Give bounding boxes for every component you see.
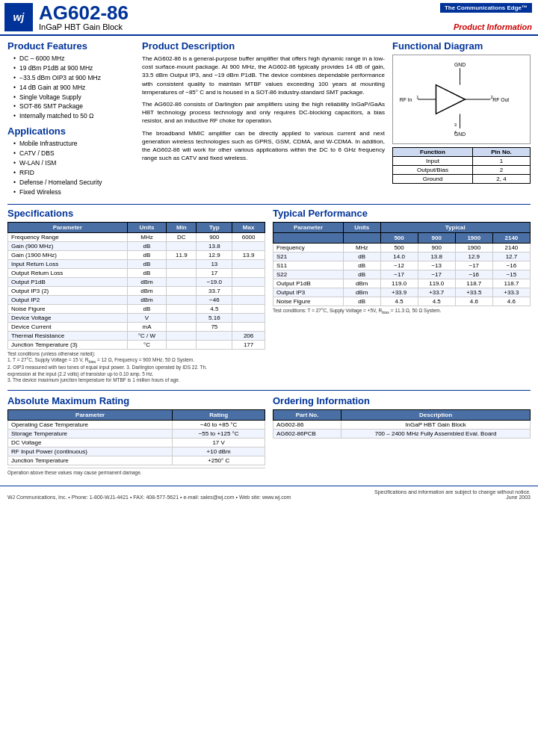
table-row: Junction Temperature+250° C bbox=[8, 456, 265, 465]
pin-function: Input bbox=[393, 157, 473, 166]
specs-section: Specifications Parameter Units Min Typ M… bbox=[7, 208, 531, 384]
ordering-title: Ordering Information bbox=[273, 395, 531, 406]
list-item: Mobile Infrastructure bbox=[13, 140, 134, 149]
table-row: S21dB14.013.812.912.7 bbox=[273, 252, 531, 261]
features-column: Product Features DC – 6000 MHz 19 dBm P1… bbox=[7, 40, 134, 198]
table-row: Thermal Resistance°C / W206 bbox=[8, 331, 265, 340]
typ-header-units: Units bbox=[343, 222, 380, 232]
table-row: Ground 2, 4 bbox=[393, 175, 531, 184]
svg-text:GND: GND bbox=[454, 62, 466, 67]
table-row: Device VoltageV5.16 bbox=[8, 313, 265, 322]
typical-footnote: Test conditions: T = 27°C, Supply Voltag… bbox=[273, 308, 531, 315]
table-row: Device CurrentmA75 bbox=[8, 322, 265, 331]
svg-text:3: 3 bbox=[454, 123, 457, 127]
functional-diagram-column: Functional Diagram GND RF In 1 bbox=[392, 40, 531, 198]
page-footer: WJ Communications, Inc. • Phone: 1-800-W… bbox=[0, 486, 538, 501]
table-row: Output P1dBdBm119.0119.0118.7118.7 bbox=[273, 279, 531, 288]
table-row: FrequencyMHz50090019002140 bbox=[273, 243, 531, 252]
list-item: 19 dBm P1dB at 900 MHz bbox=[13, 64, 134, 73]
specifications-table: Parameter Units Min Typ Max Frequency Ra… bbox=[7, 222, 265, 350]
pin-function: Ground bbox=[393, 175, 473, 184]
table-row: Output/Bias 2 bbox=[393, 166, 531, 175]
func-table-header-function: Function bbox=[393, 148, 473, 157]
list-item: CATV / DBS bbox=[13, 149, 134, 158]
company-logo: wj bbox=[4, 3, 33, 31]
abs-max-note: Operation above these values may cause p… bbox=[7, 468, 265, 475]
functional-diagram-title: Functional Diagram bbox=[392, 40, 531, 52]
typical-performance-column: Typical Performance Parameter Units Typi… bbox=[273, 208, 531, 384]
footer-email: e-mail: sales@wj.com bbox=[183, 495, 234, 500]
footer-date: June 2003 bbox=[374, 495, 531, 500]
pin-function: Output/Bias bbox=[393, 166, 473, 175]
typ-sub-2140: 2140 bbox=[492, 232, 530, 243]
svg-marker-5 bbox=[436, 85, 465, 114]
applications-section: Applications Mobile Infrastructure CATV … bbox=[7, 126, 134, 196]
spec-header-units: Units bbox=[127, 222, 167, 232]
list-item: −33.5 dBm OIP3 at 900 MHz bbox=[13, 74, 134, 83]
footer-spec-note: Specifications and information are subje… bbox=[374, 489, 531, 495]
footer-company: WJ Communications, Inc. bbox=[7, 495, 67, 500]
footer-right: Specifications and information are subje… bbox=[374, 489, 531, 500]
typical-performance-table: Parameter Units Typical 500 900 1900 214… bbox=[273, 222, 531, 306]
footer-phone: Phone: 1-800-WJ1-4421 bbox=[72, 495, 129, 500]
absolute-max-title: Absolute Maximum Rating bbox=[7, 395, 265, 406]
typ-header-param: Parameter bbox=[273, 222, 344, 232]
applications-title: Applications bbox=[7, 126, 134, 137]
svg-text:RF In: RF In bbox=[400, 97, 412, 102]
typ-sub-900: 900 bbox=[418, 232, 455, 243]
spec-header-min: Min bbox=[167, 222, 197, 232]
table-row: Gain (900 MHz)dB13.8 bbox=[8, 241, 265, 250]
description-p3: The broadband MMIC amplifier can be dire… bbox=[142, 129, 385, 163]
list-item: Fixed Wireless bbox=[13, 188, 134, 197]
header-right: The Communications Edge™ Product Informa… bbox=[440, 3, 532, 31]
top-section: Product Features DC – 6000 MHz 19 dBm P1… bbox=[7, 40, 531, 198]
table-row: Output IP2dBm−46 bbox=[8, 295, 265, 304]
ordering-table: Part No. Description AG602-86 InGaP HBT … bbox=[273, 409, 531, 439]
pin-number: 2 bbox=[473, 166, 531, 175]
product-info-label: Product Information bbox=[454, 22, 532, 31]
typ-sub-blank2 bbox=[343, 232, 380, 243]
typ-header-typical: Typical bbox=[380, 222, 530, 232]
footer-company-info: WJ Communications, Inc. • Phone: 1-800-W… bbox=[7, 495, 291, 500]
order-header-desc: Description bbox=[341, 409, 531, 420]
model-subtitle: InGaP HBT Gain Block bbox=[39, 22, 440, 31]
func-table-header-pin: Pin No. bbox=[473, 148, 531, 157]
list-item: W-LAN / ISM bbox=[13, 159, 134, 168]
description-p2: The AG602-86 consists of Darlington pair… bbox=[142, 100, 385, 126]
typ-sub-1900: 1900 bbox=[455, 232, 492, 243]
spec-header-max: Max bbox=[232, 222, 265, 232]
table-row: Noise FiguredB4.54.54.64.6 bbox=[273, 297, 531, 306]
table-row: Storage Temperature−55 to +125 °C bbox=[8, 429, 265, 438]
description-title: Product Description bbox=[142, 40, 385, 52]
pin-number: 1 bbox=[473, 157, 531, 166]
absolute-max-table: Parameter Rating Operating Case Temperat… bbox=[7, 409, 265, 465]
table-row: Frequency RangeMHzDC9006000 bbox=[8, 232, 265, 241]
table-row: Output IP3 (2)dBm33.7 bbox=[8, 286, 265, 295]
typ-sub-500: 500 bbox=[380, 232, 418, 243]
table-row: S11dB−12−13−17−16 bbox=[273, 261, 531, 270]
table-row: Noise FiguredB4.5 bbox=[8, 304, 265, 313]
svg-text:1: 1 bbox=[416, 95, 418, 99]
features-list: DC – 6000 MHz 19 dBm P1dB at 900 MHz −33… bbox=[7, 55, 134, 121]
ordering-column: Ordering Information Part No. Descriptio… bbox=[273, 395, 531, 475]
table-row: AG602-86PCB 700 – 2400 MHz Fully Assembl… bbox=[273, 429, 531, 438]
features-title: Product Features bbox=[7, 40, 134, 52]
typical-performance-title: Typical Performance bbox=[273, 208, 531, 219]
list-item: Defense / Homeland Security bbox=[13, 179, 134, 188]
list-item: Single Voltage Supply bbox=[13, 93, 134, 102]
description-column: Product Description The AG602-86 is a ge… bbox=[142, 40, 385, 198]
abs-header-param: Parameter bbox=[8, 409, 173, 420]
footer-website: Web site: www.wj.com bbox=[239, 495, 291, 500]
logo-text: wj bbox=[13, 11, 25, 23]
list-item: DC – 6000 MHz bbox=[13, 55, 134, 63]
comm-edge-label: The Communications Edge™ bbox=[440, 3, 532, 13]
list-item: Internally matched to 50 Ω bbox=[13, 112, 134, 121]
table-row: DC Voltage17 V bbox=[8, 438, 265, 447]
table-row: Output IP3dBm+33.9+33.7+33.5+33.3 bbox=[273, 288, 531, 297]
list-item: 14 dB Gain at 900 MHz bbox=[13, 84, 134, 93]
list-item: RFID bbox=[13, 169, 134, 178]
functional-diagram-svg: GND RF In 1 2 RF Out bbox=[396, 58, 527, 140]
table-row: Output P1dBdBm−19.0 bbox=[8, 277, 265, 286]
table-row: Junction Temperature (3)°C177 bbox=[8, 340, 265, 349]
table-row: RF Input Power (continuous)+10 dBm bbox=[8, 447, 265, 456]
